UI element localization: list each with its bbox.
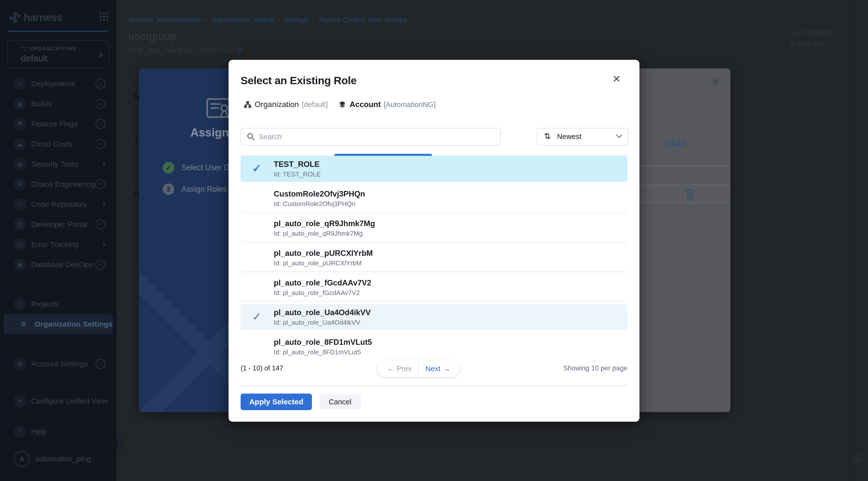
- copy-icon[interactable]: ⧉: [237, 46, 242, 54]
- sidebar-divider: [7, 384, 108, 385]
- sidebar-item-error-tracking[interactable]: ◎ Error Tracking ›: [0, 235, 117, 254]
- add-role-binding-button[interactable]: + Add: [664, 139, 685, 148]
- org-selector-value: default: [21, 53, 48, 63]
- entity-id: Id: pl_auto_usergroup_4D7bcCIJj7⧉: [129, 46, 242, 55]
- breadcrumb-link[interactable]: Settings: [284, 16, 309, 24]
- chat-widget-icon[interactable]: [854, 454, 865, 465]
- trash-icon[interactable]: [684, 187, 695, 201]
- arrow-right-icon: →: [443, 364, 451, 373]
- role-list: ✓ TEST_ROLE Id: TEST_ROLE ✓ CustomRole2O…: [241, 156, 627, 357]
- chevron-right-icon[interactable]: ›: [102, 239, 105, 250]
- breadcrumb-separator: ›: [278, 16, 280, 24]
- apply-selected-button[interactable]: Apply Selected: [241, 394, 312, 410]
- breadcrumb-separator: ›: [313, 16, 315, 24]
- wizard-step-select-user-groups[interactable]: ✓ Select User Gro: [163, 162, 237, 173]
- tab-account[interactable]: Account [AutomationNG]: [339, 100, 435, 109]
- sidebar-item-organization-settings[interactable]: ⚙ Organization Settings: [3, 314, 113, 334]
- sidebar-item-projects[interactable]: ◇ Projects: [0, 294, 117, 314]
- role-list-item[interactable]: ✓ TEST_ROLE Id: TEST_ROLE: [241, 156, 627, 182]
- next-page-button[interactable]: Next →: [419, 360, 460, 377]
- role-list-item[interactable]: ✓ pl_auto_role_fGcdAAv7V2 Id: pl_auto_ro…: [241, 274, 627, 301]
- chevron-right-icon: ›: [99, 49, 102, 60]
- org-selector-label: ORGANIZATIONS: [30, 46, 76, 52]
- role-id: Id: pl_auto_role_8FD1mVLut5: [274, 348, 361, 356]
- pagination-range: (1 - 10) of 147: [241, 364, 283, 372]
- role-list-item[interactable]: ✓ pl_auto_role_8FD1mVLut5 Id: pl_auto_ro…: [241, 334, 627, 357]
- nav-item-label: Organization Settings: [35, 320, 113, 328]
- nav-item-icon: ◈: [14, 158, 26, 170]
- role-name: pl_auto_role_fGcdAAv7V2: [274, 278, 371, 288]
- sidebar-item-deployments[interactable]: ∞ Deployments i: [0, 73, 117, 94]
- nav-item-icon: ◉: [14, 98, 26, 110]
- nav-item-icon: ‹›: [14, 199, 26, 210]
- nav-item-label: Account Settings: [31, 360, 88, 368]
- role-list-item[interactable]: ✓ pl_auto_role_pURCXlYrbM Id: pl_auto_ro…: [241, 245, 627, 271]
- sidebar-item-chaos-engineering[interactable]: ※ Chaos Engineering i: [0, 174, 117, 194]
- sort-value: Newest: [557, 132, 582, 141]
- sidebar-item-security-tests[interactable]: ◈ Security Tests ›: [0, 154, 117, 174]
- harness-logo[interactable]: harness: [8, 10, 109, 25]
- sidebar-item-builds[interactable]: ◉ Builds i: [0, 94, 117, 114]
- search-input[interactable]: [258, 132, 500, 141]
- chevron-right-icon[interactable]: ›: [102, 199, 105, 210]
- search-box: [241, 128, 501, 146]
- nav-item-icon: ▣: [14, 259, 26, 270]
- sort-select[interactable]: ⇅ Newest: [537, 128, 628, 146]
- role-id: Id: CustomRole2Ofvj3PHQn: [274, 200, 355, 208]
- sidebar-item-feature-flags[interactable]: ⚑ Feature Flags i: [0, 114, 117, 134]
- role-list-item[interactable]: ✓ CustomRole2Ofvj3PHQn Id: CustomRole2Of…: [241, 185, 627, 212]
- sidebar-divider: [7, 277, 108, 277]
- entity-id-text: Id: pl_auto_usergroup_4D7bcCIJj7: [129, 47, 233, 54]
- info-icon[interactable]: i: [95, 139, 105, 149]
- sidebar-item-help[interactable]: ? Help: [0, 422, 117, 442]
- nav-item-label: Chaos Engineering: [31, 180, 95, 188]
- breadcrumb-link[interactable]: Access Control: User Groups: [319, 16, 407, 24]
- wizard-step-assign-roles[interactable]: 2 Assign Roles an: [163, 183, 238, 195]
- harness-logo-text: harness: [24, 11, 62, 24]
- info-icon[interactable]: i: [95, 179, 105, 189]
- nav-item-icon: ⚑: [14, 118, 26, 130]
- nav-item-icon: ※: [14, 178, 26, 190]
- role-list-item[interactable]: ✓ pl_auto_role_qR9Jhmk7Mg Id: pl_auto_ro…: [241, 215, 627, 241]
- apps-grid-icon[interactable]: [99, 11, 109, 22]
- breadcrumb-link[interactable]: Account: AutomationNG: [129, 16, 201, 24]
- hierarchy-icon: [244, 101, 251, 108]
- tab-organization[interactable]: Organization [default]: [244, 100, 328, 109]
- modal-footer-divider: [241, 386, 627, 386]
- next-label: Next: [426, 365, 440, 373]
- info-icon[interactable]: i: [95, 79, 105, 89]
- nav-item-label: Projects: [31, 300, 58, 308]
- cancel-button[interactable]: Cancel: [319, 395, 361, 409]
- sidebar-divider: [7, 413, 108, 414]
- close-icon[interactable]: ✕: [711, 76, 720, 88]
- info-icon[interactable]: i: [95, 99, 105, 109]
- info-icon[interactable]: i: [95, 359, 105, 369]
- sidebar-item-account-settings[interactable]: ❖ Account Settings i: [0, 354, 117, 374]
- nav-item-label: Help: [31, 427, 47, 436]
- sidebar-item-cloud-costs[interactable]: ☁ Cloud Costs i: [0, 134, 117, 154]
- sort-icon: ⇅: [544, 131, 551, 141]
- info-icon[interactable]: i: [95, 260, 105, 270]
- org-selector[interactable]: ⌥ ORGANIZATIONS default ›: [7, 40, 109, 68]
- sidebar-item-configure-unified-view[interactable]: ✦ Configure Unified View: [0, 391, 117, 411]
- info-icon[interactable]: i: [95, 219, 105, 230]
- sidebar-item-code-repository[interactable]: ‹› Code Repository ›: [0, 194, 117, 214]
- close-icon[interactable]: ✕: [612, 74, 621, 84]
- nav-item-icon: ✦: [14, 395, 26, 407]
- nav-item-label: Cloud Costs: [31, 140, 72, 148]
- sidebar-user[interactable]: A automation_plng: [0, 449, 117, 469]
- role-name: CustomRole2Ofvj3PHQn: [274, 189, 365, 199]
- nav-item-icon: ☁: [14, 138, 26, 150]
- info-icon[interactable]: i: [95, 119, 105, 129]
- sidebar-item-developer-portal[interactable]: ▤ Developer Portal i: [0, 214, 117, 235]
- role-id: Id: pl_auto_role_qR9Jhmk7Mg: [274, 230, 363, 238]
- breadcrumb-link[interactable]: Organization: default: [211, 16, 274, 24]
- modal-title: Select an Existing Role: [241, 74, 356, 87]
- sidebar-divider: [7, 346, 108, 347]
- prev-page-button[interactable]: ← Prev: [377, 360, 419, 377]
- sidebar-accent-divider: [7, 31, 108, 32]
- sidebar-item-database-devops[interactable]: ▣ Database DevOps i: [0, 254, 117, 275]
- nav-item-icon: ◇: [14, 298, 26, 310]
- chevron-right-icon[interactable]: ›: [102, 159, 105, 170]
- role-list-item[interactable]: ✓ pl_auto_role_Ua4Od4ikVV Id: pl_auto_ro…: [241, 304, 627, 330]
